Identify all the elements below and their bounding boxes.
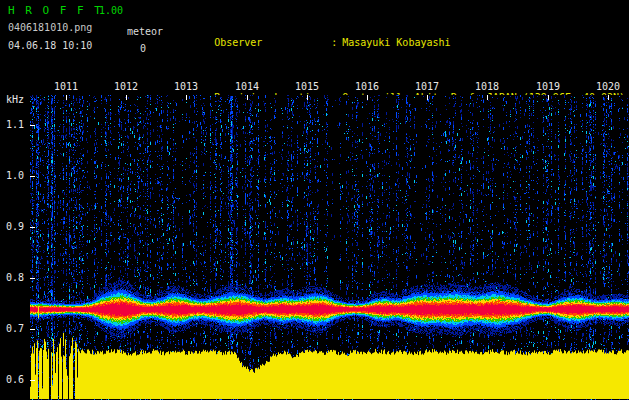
freq-axis-unit: kHz	[0, 94, 24, 105]
time-tick-label: 1017	[414, 81, 440, 92]
time-tick-label: 1015	[294, 81, 320, 92]
time-tick-label: 1011	[53, 81, 79, 92]
time-tick-label: 1014	[234, 81, 260, 92]
datetime-label: 04.06.18 10:10	[8, 40, 92, 51]
time-tick-label: 1018	[474, 81, 500, 92]
time-tick-label: 1020	[595, 81, 621, 92]
freq-tick-label: 0.9	[0, 221, 24, 232]
info-separator: :	[331, 37, 337, 48]
time-tick-label: 1013	[173, 81, 199, 92]
time-tick-label: 1019	[535, 81, 561, 92]
info-value: Masayuki Kobayashi	[342, 37, 450, 48]
freq-tick-label: 0.6	[0, 374, 24, 385]
echo-count: 0	[140, 43, 146, 54]
app-title: H R O F F T	[8, 4, 103, 17]
output-filename: 0406181010.png	[8, 22, 92, 33]
info-label: Observer	[214, 37, 331, 48]
info-row-observer: Observer:Masayuki Kobayashi	[178, 26, 625, 59]
spectrogram-canvas	[30, 95, 629, 400]
hrofft-window: H R O F F T 1.00 0406181010.png meteor 0…	[0, 0, 629, 400]
app-version: 1.00	[99, 5, 123, 16]
time-tick-label: 1016	[354, 81, 380, 92]
mode-label: meteor	[127, 26, 163, 37]
freq-tick-label: 1.0	[0, 170, 24, 181]
freq-tick-label: 1.1	[0, 119, 24, 130]
freq-tick-label: 0.7	[0, 323, 24, 334]
freq-tick-label: 0.8	[0, 272, 24, 283]
time-tick-label: 1012	[113, 81, 139, 92]
